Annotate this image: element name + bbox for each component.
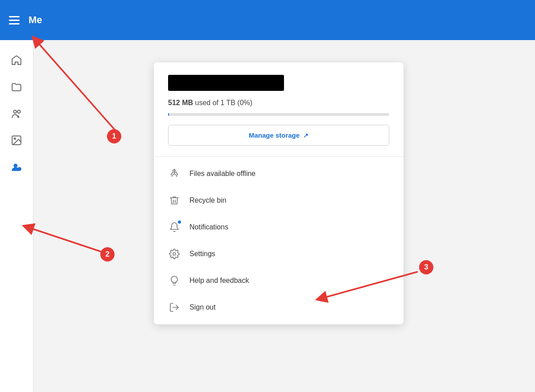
app-header: Me — [0, 0, 535, 40]
menu-item-help[interactable]: Help and feedback — [154, 267, 403, 294]
hamburger-menu-button[interactable] — [9, 16, 20, 24]
svg-point-3 — [14, 138, 16, 139]
sidebar-item-shared[interactable] — [5, 102, 28, 125]
svg-point-6 — [176, 176, 177, 177]
folder-icon — [11, 81, 22, 93]
menu-list: Files available offline Recycle bin — [154, 157, 403, 324]
me-icon — [11, 161, 22, 173]
badge-3: 3 — [419, 260, 433, 274]
svg-point-1 — [17, 110, 20, 113]
menu-item-notifications-label: Notifications — [189, 223, 228, 231]
card-top-section: 512 MB used of 1 TB (0%) Manage storage … — [154, 62, 403, 157]
menu-item-signout[interactable]: Sign out — [154, 294, 403, 321]
sidebar-item-photos[interactable] — [5, 129, 28, 151]
storage-progress-bar — [168, 113, 389, 116]
menu-item-notifications[interactable]: Notifications — [154, 214, 403, 241]
notification-dot — [177, 220, 181, 224]
bell-icon — [168, 221, 181, 233]
storage-usage-text: 512 MB used of 1 TB (0%) — [168, 99, 389, 107]
sidebar — [0, 40, 33, 392]
menu-item-recycle-label: Recycle bin — [189, 196, 226, 204]
gear-icon — [168, 248, 181, 260]
menu-item-settings-label: Settings — [189, 250, 215, 258]
menu-item-signout-label: Sign out — [189, 303, 216, 311]
cloud-offline-icon — [168, 167, 181, 180]
menu-item-recycle[interactable]: Recycle bin — [154, 187, 403, 214]
storage-bar-fill — [168, 113, 169, 116]
user-email-redacted — [168, 75, 284, 91]
svg-point-0 — [14, 110, 17, 113]
signout-icon — [168, 301, 181, 314]
manage-storage-button[interactable]: Manage storage ↗ — [168, 125, 389, 146]
sidebar-item-files[interactable] — [5, 76, 28, 98]
badge-1: 1 — [107, 129, 121, 143]
trash-icon — [168, 194, 181, 207]
external-link-icon: ↗ — [303, 132, 309, 139]
svg-point-5 — [17, 167, 21, 171]
photos-icon — [11, 135, 22, 146]
sidebar-item-home[interactable] — [5, 49, 28, 71]
home-icon — [11, 54, 22, 66]
menu-item-help-label: Help and feedback — [189, 277, 249, 285]
badge-2: 2 — [100, 247, 115, 261]
shared-icon — [11, 108, 22, 119]
me-popup-card: 512 MB used of 1 TB (0%) Manage storage … — [154, 62, 403, 324]
lightbulb-icon — [168, 274, 181, 287]
svg-point-4 — [14, 163, 18, 167]
menu-item-offline-label: Files available offline — [189, 170, 255, 178]
main-content: 512 MB used of 1 TB (0%) Manage storage … — [33, 40, 535, 392]
header-title: Me — [29, 14, 42, 26]
menu-item-settings[interactable]: Settings — [154, 241, 403, 267]
menu-item-offline[interactable]: Files available offline — [154, 160, 403, 187]
sidebar-item-me[interactable] — [5, 156, 28, 178]
svg-point-7 — [173, 253, 176, 255]
